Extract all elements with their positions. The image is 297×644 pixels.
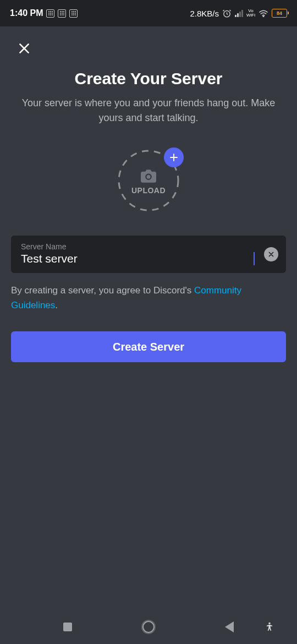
- sim-icon-3: [69, 9, 78, 18]
- svg-point-3: [268, 623, 270, 624]
- agreement-prefix: By creating a server, you agree to Disco…: [11, 285, 194, 296]
- circle-icon: [142, 621, 155, 633]
- create-server-button[interactable]: Create Server: [11, 331, 286, 362]
- input-label: Server Name: [21, 242, 276, 251]
- battery-icon: 84: [272, 9, 287, 18]
- data-rate: 2.8KB/s: [190, 9, 219, 18]
- triangle-icon: [225, 621, 234, 632]
- status-right: 2.8KB/s VoWiFi 84: [190, 9, 287, 18]
- status-bar: 1:40 PM 2.8KB/s VoWiFi 84: [0, 0, 297, 26]
- sim-icon-2: [58, 9, 66, 18]
- svg-point-1: [263, 16, 264, 17]
- wifi-icon: [258, 9, 268, 17]
- square-icon: [63, 623, 72, 631]
- agreement-suffix: .: [55, 300, 58, 310]
- server-name-field[interactable]: Server Name Test server: [11, 236, 286, 273]
- nav-recent-button[interactable]: [57, 616, 79, 638]
- server-name-input[interactable]: Test server: [21, 252, 254, 265]
- alarm-icon: [222, 9, 232, 18]
- plus-icon: [169, 152, 179, 162]
- status-left: 1:40 PM: [10, 8, 78, 18]
- text-cursor: [254, 252, 255, 265]
- agreement-text: By creating a server, you agree to Disco…: [11, 283, 286, 313]
- clear-icon: [267, 250, 275, 258]
- upload-area: UPLOAD: [11, 150, 286, 211]
- upload-button[interactable]: UPLOAD: [118, 150, 179, 211]
- signal-icon: [235, 9, 243, 17]
- sim-icon-1: [46, 9, 54, 18]
- content-area: Create Your Server Your server is where …: [0, 26, 297, 373]
- navigation-bar: [0, 610, 297, 644]
- vowifi-label: VoWiFi: [246, 9, 255, 18]
- nav-back-button[interactable]: [218, 616, 240, 638]
- accessibility-icon: [264, 621, 275, 632]
- page-title: Create Your Server: [11, 69, 286, 88]
- plus-badge: [164, 148, 184, 167]
- close-icon: [17, 41, 31, 56]
- nav-home-button[interactable]: [138, 616, 160, 638]
- status-time: 1:40 PM: [10, 8, 43, 18]
- page-subtitle: Your server is where you and your friend…: [11, 96, 286, 125]
- close-button[interactable]: [13, 37, 35, 59]
- nav-accessibility-button[interactable]: [258, 616, 280, 638]
- clear-input-button[interactable]: [264, 247, 278, 261]
